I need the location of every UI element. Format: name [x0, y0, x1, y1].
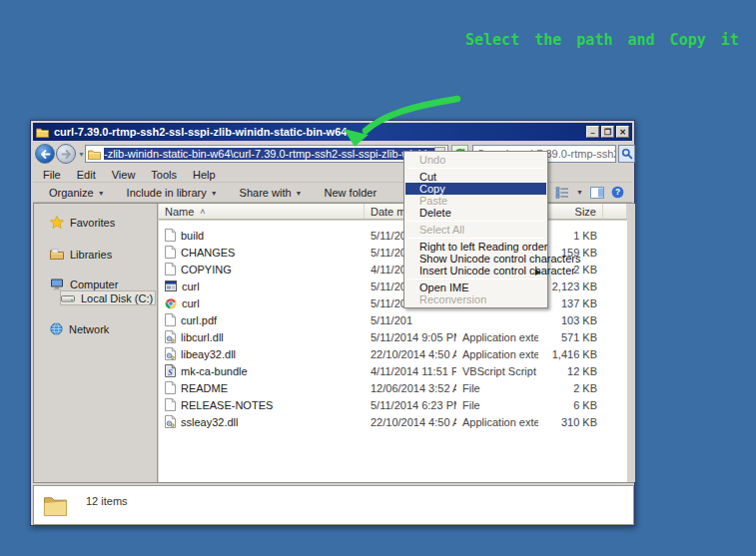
back-button[interactable]: [35, 144, 55, 164]
file-size: 12 KB: [538, 365, 603, 377]
toolbar-button-organize[interactable]: Organize▼: [43, 185, 111, 201]
file-name-cell[interactable]: curl: [159, 280, 365, 292]
file-name-cell[interactable]: Smk-ca-bundle: [159, 364, 365, 377]
address-bar[interactable]: -zlib-winidn-static-bin-w64\curl-7.39.0-…: [85, 145, 448, 163]
file-name-cell[interactable]: curl: [159, 297, 365, 309]
context-menu-item-select-all: Select All: [405, 224, 546, 236]
address-selected-text[interactable]: -zlib-winidn-static-bin-w64\curl-7.39.0-…: [104, 148, 434, 160]
context-menu-item-cut[interactable]: Cut: [405, 171, 546, 183]
menu-item-tools[interactable]: Tools: [143, 168, 185, 182]
column-header-label: Size: [575, 206, 596, 218]
context-menu-item-copy[interactable]: Copy: [405, 183, 546, 195]
forward-button[interactable]: [56, 144, 76, 164]
context-menu-item-delete[interactable]: Delete: [405, 207, 546, 219]
file-name-cell[interactable]: CHANGES: [159, 246, 365, 259]
doc-icon: [165, 246, 176, 259]
svg-text:?: ?: [615, 187, 620, 197]
file-name: RELEASE-NOTES: [181, 399, 273, 411]
file-name-cell[interactable]: build: [159, 229, 365, 242]
file-name-cell[interactable]: README: [159, 381, 365, 394]
menu-item-edit[interactable]: Edit: [69, 168, 104, 182]
annotation-text: Select the path and Copy it: [465, 31, 739, 49]
table-row[interactable]: README12/06/2014 3:52 AMFile2 KB: [159, 379, 627, 396]
file-name-cell[interactable]: ssleay32.dll: [159, 415, 365, 428]
file-size: 2 KB: [538, 382, 603, 394]
table-row[interactable]: curl.pdf5/11/201103 KB: [159, 311, 627, 328]
file-date: 5/11/2014 6:23 PM: [365, 399, 456, 411]
search-button[interactable]: [618, 145, 635, 163]
file-name: README: [181, 382, 228, 394]
toolbar-button-new-folder[interactable]: New folder: [319, 185, 383, 201]
toolbar-button-label: New folder: [325, 187, 378, 199]
toolbar-button-label: Organize: [49, 187, 94, 199]
file-type: Application extension: [456, 331, 538, 343]
sidebar-item-local-disk-c-[interactable]: Local Disk (C:): [60, 290, 156, 305]
file-name: curl.pdf: [181, 314, 217, 326]
close-button[interactable]: ✕: [616, 126, 629, 138]
menu-separator: [407, 238, 544, 239]
preview-pane-icon[interactable]: [590, 187, 604, 199]
file-date: 5/11/2014 9:05 PM: [365, 331, 456, 343]
table-row[interactable]: Smk-ca-bundle4/11/2014 11:51 PMVBScript …: [159, 362, 627, 379]
file-name-cell[interactable]: RELEASE-NOTES: [159, 398, 365, 411]
maximize-button[interactable]: ❐: [601, 126, 614, 138]
help-icon[interactable]: ?: [611, 186, 624, 199]
table-row[interactable]: curl5/11/201137 KB: [159, 294, 627, 311]
sidebar-item-computer[interactable]: Computer: [50, 277, 154, 291]
menu-separator: [407, 221, 544, 222]
table-row[interactable]: libeay32.dll22/10/2014 4:50 AMApplicatio…: [159, 345, 627, 362]
file-name: mk-ca-bundle: [181, 365, 248, 377]
sidebar-item-label: Network: [69, 323, 109, 335]
folder-large-icon: [42, 490, 68, 520]
menu-separator: [407, 168, 544, 169]
menu-item-view[interactable]: View: [104, 168, 144, 182]
context-menu-item-reconversion: Reconversion: [405, 293, 546, 305]
context-menu-item-right-to-left-reading-order[interactable]: Right to left Reading order: [405, 241, 546, 253]
context-menu-item-open-ime[interactable]: Open IME: [405, 281, 546, 293]
column-header-label: Name: [165, 206, 194, 218]
dll-icon: [165, 415, 176, 428]
file-list: Name˄Date modSize build5/11/2011 KBCHANG…: [159, 204, 627, 482]
file-name-cell[interactable]: libcurl.dll: [159, 330, 365, 343]
file-size: 571 KB: [538, 331, 603, 343]
file-name: CHANGES: [181, 247, 235, 259]
toolbar-button-include-in-library[interactable]: Include in library▼: [121, 185, 224, 201]
menu-item-help[interactable]: Help: [185, 168, 224, 182]
menu-item-file[interactable]: File: [35, 168, 69, 182]
navigation-pane: FavoritesLibrariesComputerLocal Disk (C:…: [34, 204, 158, 482]
table-row[interactable]: build5/11/2011 KB: [159, 227, 627, 244]
forward-arrow-icon: [61, 149, 72, 160]
views-dropdown-icon[interactable]: ▼: [576, 189, 583, 196]
column-header-name[interactable]: Name˄: [159, 204, 365, 220]
sidebar-item-label: Computer: [70, 278, 118, 290]
table-row[interactable]: ssleay32.dll22/10/2014 4:50 AMApplicatio…: [159, 413, 627, 430]
views-icon[interactable]: [555, 187, 569, 199]
file-name-cell[interactable]: COPYING: [159, 263, 365, 276]
minimize-button[interactable]: –: [586, 126, 599, 138]
submenu-arrow-icon: ▶: [535, 267, 541, 278]
context-menu-item-show-unicode-control-characters[interactable]: Show Unicode control characters: [405, 253, 546, 265]
file-name-cell[interactable]: curl.pdf: [159, 313, 365, 326]
history-dropdown-icon[interactable]: ▼: [78, 151, 85, 158]
sidebar-item-favorites[interactable]: Favorites: [50, 215, 154, 230]
sidebar-item-libraries[interactable]: Libraries: [50, 247, 154, 262]
file-date: 5/11/201: [365, 314, 456, 326]
context-menu-item-insert-unicode-control-character[interactable]: Insert Unicode control character▶: [405, 265, 546, 277]
file-date: 22/10/2014 4:50 AM: [365, 416, 456, 428]
table-row[interactable]: libcurl.dll5/11/2014 9:05 PMApplication …: [159, 328, 627, 345]
toolbar-button-share-with[interactable]: Share with▼: [234, 185, 309, 201]
sidebar-item-label: Local Disk (C:): [81, 292, 153, 304]
sidebar-item-label: Favorites: [70, 217, 115, 229]
title-bar[interactable]: curl-7.39.0-rtmp-ssh2-ssl-sspi-zlib-wini…: [33, 123, 632, 141]
file-name-cell[interactable]: libeay32.dll: [159, 347, 365, 360]
back-arrow-icon: [40, 149, 51, 160]
window-controls: – ❐ ✕: [586, 126, 629, 138]
star-icon: [50, 216, 64, 229]
table-row[interactable]: curl5/11/2012,123 KB: [159, 278, 627, 294]
sidebar-item-network[interactable]: Network: [50, 321, 154, 336]
folder-icon: [36, 127, 49, 138]
libraries-icon: [50, 249, 64, 260]
file-name: ssleay32.dll: [181, 416, 238, 428]
table-row[interactable]: RELEASE-NOTES5/11/2014 6:23 PMFile6 KB: [159, 396, 627, 413]
column-header-blank[interactable]: [603, 204, 627, 220]
